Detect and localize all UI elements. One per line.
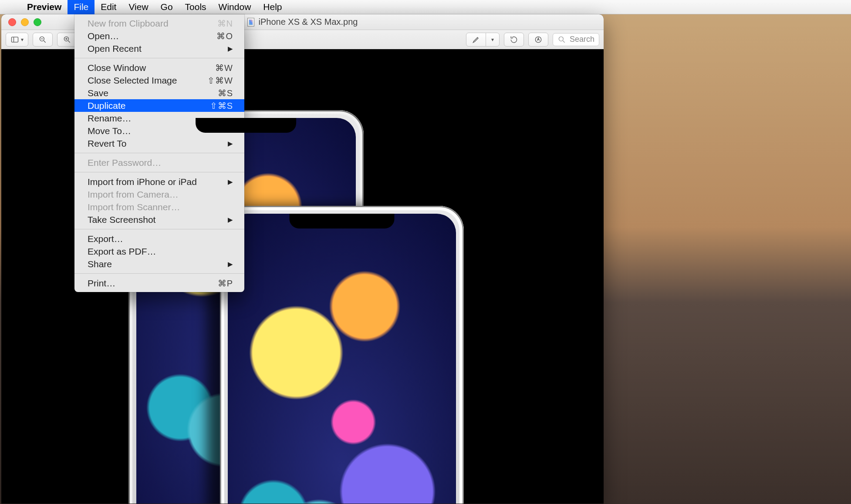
- menu-item-label: Move To…: [88, 126, 131, 136]
- menu-item-shortcut: ⌘S: [218, 88, 233, 98]
- menu-separator: [74, 172, 244, 172]
- menu-item-label: Import from Scanner…: [88, 202, 180, 212]
- menu-separator: [74, 153, 244, 153]
- zoom-in-icon: [63, 35, 71, 44]
- menu-item-export[interactable]: Export…: [74, 232, 244, 245]
- markup-icon: [534, 35, 543, 44]
- menu-item-label: Save: [88, 88, 108, 98]
- rotate-icon: [510, 35, 518, 44]
- traffic-lights: [8, 18, 41, 26]
- menu-item-close-window[interactable]: Close Window⌘W: [74, 61, 244, 74]
- search-icon: [557, 35, 566, 44]
- menu-item-export-as-pdf[interactable]: Export as PDF…: [74, 245, 244, 258]
- menu-item-shortcut: ⌘O: [216, 31, 233, 41]
- menu-go[interactable]: Go: [155, 0, 179, 14]
- menu-item-close-selected-image[interactable]: Close Selected Image⇧⌘W: [74, 74, 244, 87]
- highlighter-icon: [472, 35, 480, 44]
- menu-item-label: Take Screenshot: [88, 215, 155, 225]
- svg-line-11: [563, 40, 564, 42]
- phone-front: [220, 206, 464, 504]
- menu-item-new-from-clipboard: New from Clipboard⌘N: [74, 17, 244, 30]
- menu-file[interactable]: File: [68, 0, 95, 14]
- menu-item-print[interactable]: Print…⌘P: [74, 277, 244, 289]
- menu-item-revert-to[interactable]: Revert To▶: [74, 137, 244, 150]
- menu-item-shortcut: ⌘W: [215, 63, 233, 73]
- menu-item-duplicate[interactable]: Duplicate⇧⌘S: [74, 99, 244, 112]
- search-field[interactable]: Search: [553, 33, 599, 46]
- app-menu[interactable]: Preview: [21, 0, 68, 14]
- menu-item-label: Open Recent: [88, 44, 142, 54]
- menu-tools[interactable]: Tools: [179, 0, 213, 14]
- menu-item-import-from-iphone-or-ipad[interactable]: Import from iPhone or iPad▶: [74, 175, 244, 188]
- menu-item-label: Import from iPhone or iPad: [88, 177, 197, 187]
- menu-view[interactable]: View: [122, 0, 154, 14]
- menu-item-open-recent[interactable]: Open Recent▶: [74, 42, 244, 55]
- menu-window[interactable]: Window: [213, 0, 257, 14]
- submenu-arrow-icon: ▶: [228, 178, 233, 186]
- submenu-arrow-icon: ▶: [228, 260, 233, 268]
- file-menu-dropdown: New from Clipboard⌘NOpen…⌘OOpen Recent▶C…: [74, 14, 244, 292]
- menu-item-label: Export…: [88, 234, 123, 244]
- menu-item-import-from-camera: Import from Camera…: [74, 188, 244, 201]
- menu-separator: [74, 273, 244, 274]
- zoom-out-button[interactable]: [33, 33, 53, 47]
- menu-item-save[interactable]: Save⌘S: [74, 87, 244, 99]
- window-title: iPhone XS & XS Max.png: [259, 17, 358, 27]
- sidebar-icon: [10, 35, 19, 44]
- menu-item-shortcut: ⇧⌘S: [210, 101, 233, 111]
- markup-toolbar-button[interactable]: [528, 33, 548, 47]
- document-icon: [247, 18, 254, 27]
- submenu-arrow-icon: ▶: [228, 140, 233, 148]
- menu-item-label: Open…: [88, 31, 119, 41]
- menubar: Preview File Edit View Go Tools Window H…: [0, 0, 851, 14]
- svg-line-6: [68, 40, 70, 42]
- menu-separator: [74, 58, 244, 58]
- menu-item-label: Rename…: [88, 113, 131, 124]
- markup-button[interactable]: ▾: [466, 33, 500, 47]
- sidebar-toggle-button[interactable]: ▾: [6, 33, 28, 47]
- submenu-arrow-icon: ▶: [228, 216, 233, 224]
- menu-item-shortcut: ⌘N: [217, 18, 233, 29]
- menu-item-label: Enter Password…: [88, 158, 161, 168]
- close-window-button[interactable]: [8, 18, 16, 26]
- submenu-arrow-icon: ▶: [228, 45, 233, 53]
- menu-item-share[interactable]: Share▶: [74, 258, 244, 270]
- menu-separator: [74, 229, 244, 229]
- menu-item-take-screenshot[interactable]: Take Screenshot▶: [74, 213, 244, 226]
- menu-item-label: Duplicate: [88, 101, 126, 111]
- menu-item-label: Revert To: [88, 138, 127, 149]
- menu-item-enter-password: Enter Password…: [74, 156, 244, 169]
- markup-dropdown[interactable]: ▾: [486, 33, 499, 46]
- rotate-button[interactable]: [504, 33, 524, 47]
- zoom-window-button[interactable]: [34, 18, 41, 26]
- menu-item-label: Print…: [88, 278, 115, 289]
- svg-line-3: [44, 40, 46, 42]
- search-placeholder: Search: [570, 35, 594, 44]
- menu-item-label: Close Window: [88, 63, 146, 73]
- menu-help[interactable]: Help: [257, 0, 288, 14]
- menu-item-label: Export as PDF…: [88, 246, 156, 257]
- menu-edit[interactable]: Edit: [95, 0, 122, 14]
- zoom-out-icon: [38, 35, 47, 44]
- menu-item-open[interactable]: Open…⌘O: [74, 30, 244, 42]
- menu-item-shortcut: ⌘P: [218, 278, 233, 289]
- menu-item-label: Close Selected Image: [88, 75, 177, 86]
- svg-point-10: [559, 37, 563, 41]
- menu-item-label: Import from Camera…: [88, 189, 179, 200]
- svg-rect-0: [12, 37, 18, 42]
- menu-item-import-from-scanner: Import from Scanner…: [74, 201, 244, 213]
- menu-item-label: Share: [88, 259, 112, 269]
- menu-item-shortcut: ⇧⌘W: [207, 75, 233, 86]
- minimize-window-button[interactable]: [21, 18, 29, 26]
- menu-item-label: New from Clipboard: [88, 18, 169, 29]
